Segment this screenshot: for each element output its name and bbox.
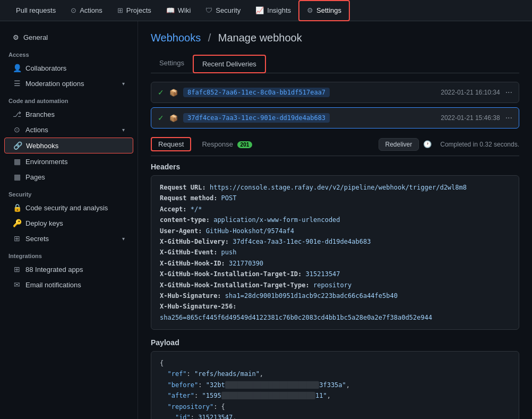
header-line-1: Request URL: https://console.stage.rafay… (160, 182, 510, 193)
payload-block: { "ref": "refs/heads/main", "before": "3… (151, 351, 519, 419)
sidebar-item-webhooks[interactable]: 🔗 Webhooks (4, 138, 133, 153)
header-line-9: X-GitHub-Hook-Installation-Target-ID: 31… (160, 269, 510, 279)
pages-icon: ▦ (13, 173, 21, 181)
payload-line-ref: "ref": "refs/heads/main", (160, 369, 510, 379)
nav-settings[interactable]: ⚙ Settings (298, 0, 350, 21)
moderation-label: Moderation options (25, 80, 84, 88)
sidebar-item-email-notifications[interactable]: ✉ Email notifications (4, 277, 133, 292)
delivery-more-2[interactable]: ··· (505, 113, 512, 123)
settings-label: Settings (316, 6, 341, 14)
sidebar-item-collaborators[interactable]: 👤 Collaborators (4, 61, 133, 75)
security-icon: 🛡 (205, 6, 212, 14)
header-line-7: X-GitHub-Event: push (160, 247, 510, 258)
sidebar-section-access: Access (0, 45, 138, 60)
main-layout: ⚙ General Access 👤 Collaborators ☰ Moder… (0, 21, 532, 419)
delivery-id-1: 8fafc852-7aa6-11ec-8c0a-bb1df517eaa7 (183, 88, 330, 97)
header-line-4: content-type: application/x-www-form-url… (160, 215, 510, 225)
top-navigation: Pull requests ⊙ Actions ⊞ Projects 📖 Wik… (0, 0, 532, 21)
check-icon-1: ✓ (158, 88, 164, 97)
projects-label: Projects (126, 6, 151, 14)
nav-insights[interactable]: 📈 Insights (248, 0, 298, 21)
collaborators-label: Collaborators (25, 64, 66, 72)
delivery-more-1[interactable]: ··· (505, 88, 512, 97)
nav-projects[interactable]: ⊞ Projects (110, 0, 159, 21)
chevron-down-icon: ▾ (122, 81, 125, 87)
header-line-2: Request method: POST (160, 193, 510, 203)
breadcrumb: Webhooks / Manage webhook (151, 32, 519, 44)
lock-icon: 🔒 (13, 203, 21, 212)
wiki-icon: 📖 (166, 6, 175, 14)
sidebar-section-security: Security (0, 185, 138, 200)
sidebar-item-actions[interactable]: ⊙ Actions ▾ (4, 122, 133, 137)
sidebar-item-environments[interactable]: ▦ Environments (4, 154, 133, 169)
delivery-time-1: 2022-01-21 16:10:34 (441, 89, 500, 96)
security-label: Security (216, 6, 241, 14)
sidebar-item-general[interactable]: ⚙ General (4, 30, 133, 45)
nav-wiki[interactable]: 📖 Wiki (159, 0, 199, 21)
sidebar-item-integrated-apps[interactable]: ⊞ 88 Integrated apps (4, 262, 133, 277)
delivery-id-2: 37df4cea-7aa3-11ec-901e-dd19de4ab683 (183, 113, 330, 123)
header-line-3: Accept: */* (160, 204, 510, 215)
chevron-down-icon: ▾ (122, 127, 125, 133)
delivery-time-2: 2022-01-21 15:46:38 (441, 114, 500, 122)
chevron-down-icon: ▾ (122, 236, 125, 242)
nav-pull-requests[interactable]: Pull requests (8, 0, 63, 21)
pages-label: Pages (25, 173, 45, 181)
sidebar-item-code-security[interactable]: 🔒 Code security and analysis (4, 200, 133, 215)
webhook-icon: 🔗 (13, 141, 22, 150)
package-icon-1: 📦 (169, 89, 178, 97)
payload-line-repo-open: "repository": { (160, 401, 510, 412)
integrated-apps-label: 88 Integrated apps (25, 266, 83, 273)
tab-recent-deliveries[interactable]: Recent Deliveries (193, 55, 266, 73)
sidebar-general-label: General (23, 33, 48, 41)
nav-security[interactable]: 🛡 Security (198, 0, 248, 21)
header-line-8: X-GitHub-Hook-ID: 321770390 (160, 258, 510, 269)
insights-label: Insights (267, 6, 291, 14)
sidebar: ⚙ General Access 👤 Collaborators ☰ Moder… (0, 21, 138, 419)
detail-tab-response[interactable]: Response 201 (195, 138, 259, 150)
breadcrumb-separator: / (208, 32, 211, 44)
payload-line-after: "after": "1595████████████████████████11… (160, 390, 510, 401)
person-icon: 👤 (13, 64, 21, 72)
header-line-12: X-Hub-Signature-256: sha256=865cf445f6d4… (160, 301, 510, 323)
header-line-6: X-GitHub-Delivery: 37df4cea-7aa3-11ec-90… (160, 236, 510, 247)
header-line-10: X-GitHub-Hook-Installation-Target-Type: … (160, 280, 510, 290)
webhook-tabs: Settings Recent Deliveries (151, 55, 519, 73)
email-icon: ✉ (13, 280, 21, 289)
actions-icon: ⊙ (71, 6, 76, 14)
sidebar-item-deploy-keys[interactable]: 🔑 Deploy keys (4, 216, 133, 230)
moderation-icon: ☰ (13, 79, 21, 88)
actions-sidebar-icon: ⊙ (13, 125, 21, 134)
deploy-keys-label: Deploy keys (25, 219, 63, 227)
secrets-icon: ⊞ (13, 234, 21, 243)
package-icon-2: 📦 (169, 114, 178, 122)
secrets-label: Secrets (25, 235, 49, 243)
wiki-label: Wiki (178, 6, 191, 14)
delivery-detail-tabs: Request Response 201 Redeliver 🕐 Complet… (151, 133, 519, 156)
settings-icon: ⚙ (307, 6, 313, 14)
code-security-label: Code security and analysis (25, 204, 108, 212)
email-notifications-label: Email notifications (25, 281, 81, 289)
sidebar-section-integrations: Integrations (0, 246, 138, 261)
delivery-row-1[interactable]: ✓ 📦 8fafc852-7aa6-11ec-8c0a-bb1df517eaa7… (151, 82, 519, 103)
tab-settings[interactable]: Settings (151, 55, 193, 73)
detail-tab-request[interactable]: Request (151, 137, 191, 151)
payload-line-before: "before": "32bt████████████████████████3… (160, 380, 510, 390)
key-icon: 🔑 (13, 219, 21, 227)
sidebar-item-branches[interactable]: ⎇ Branches (4, 107, 133, 122)
header-line-5: User-Agent: GitHub-Hookshot/9574af4 (160, 226, 510, 236)
sidebar-item-pages[interactable]: ▦ Pages (4, 169, 133, 184)
pull-requests-label: Pull requests (16, 6, 56, 14)
breadcrumb-link[interactable]: Webhooks (151, 32, 201, 44)
delivery-row-2[interactable]: ✓ 📦 37df4cea-7aa3-11ec-901e-dd19de4ab683… (151, 107, 519, 129)
sidebar-item-moderation[interactable]: ☰ Moderation options ▾ (4, 76, 133, 91)
projects-icon: ⊞ (117, 6, 123, 14)
nav-actions[interactable]: ⊙ Actions (63, 0, 110, 21)
webhooks-label: Webhooks (26, 142, 58, 150)
check-icon-2: ✓ (158, 114, 164, 122)
redeliver-button[interactable]: Redeliver (379, 138, 419, 151)
sidebar-item-secrets[interactable]: ⊞ Secrets ▾ (4, 231, 133, 246)
sidebar-section-code: Code and automation (0, 91, 138, 106)
branch-icon: ⎇ (13, 110, 21, 118)
payload-title: Payload (151, 338, 519, 347)
